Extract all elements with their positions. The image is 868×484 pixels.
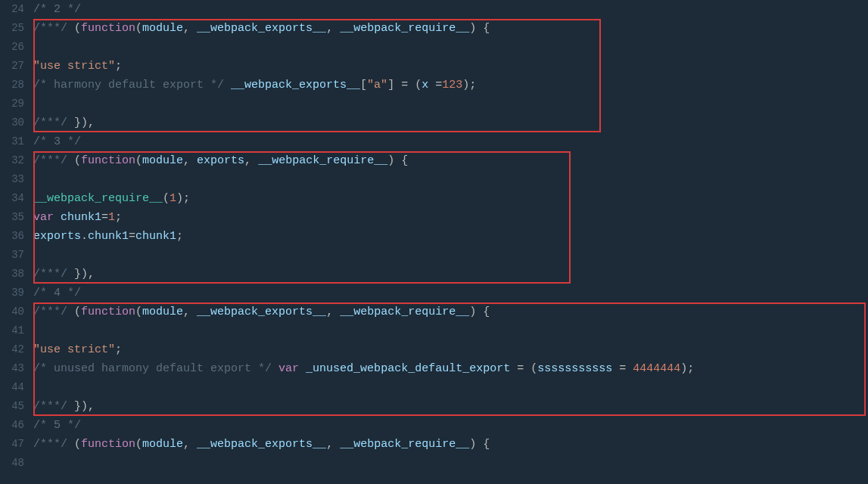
token-ident: _unused_webpack_default_export xyxy=(306,362,510,375)
token-keyword: var xyxy=(33,211,54,224)
line-number: 36 xyxy=(0,227,30,246)
token-ident: __webpack_exports__ xyxy=(197,438,326,451)
token-ident: chunk1 xyxy=(61,211,101,224)
token-ident: x xyxy=(422,79,428,92)
token-punct: = xyxy=(428,79,442,92)
token-ident: __webpack_require__ xyxy=(258,154,387,167)
line-number-gutter: 2425262728293031323334353637383940414243… xyxy=(0,0,30,484)
token-punct xyxy=(272,362,278,375)
code-line[interactable] xyxy=(33,321,868,340)
token-punct: ; xyxy=(115,211,122,224)
token-func: __webpack_require__ xyxy=(33,192,163,205)
token-punct: ; xyxy=(115,343,122,356)
line-number: 35 xyxy=(0,208,30,227)
line-number: 37 xyxy=(0,246,30,265)
code-line[interactable] xyxy=(33,378,868,397)
code-line[interactable] xyxy=(33,170,868,189)
line-number: 25 xyxy=(0,19,30,38)
token-keyword: function xyxy=(81,306,135,318)
line-number: 45 xyxy=(0,397,30,416)
token-keyword: function xyxy=(81,22,135,35)
line-number: 46 xyxy=(0,416,30,435)
code-line[interactable]: exports.chunk1=chunk1; xyxy=(33,227,868,246)
token-punct: = xyxy=(612,362,633,375)
token-punct: , xyxy=(244,154,258,167)
code-line[interactable]: /***/ (function(module, __webpack_export… xyxy=(33,302,868,321)
token-punct xyxy=(299,362,306,375)
token-comment: /***/ xyxy=(33,22,67,35)
code-line[interactable] xyxy=(33,454,868,473)
token-comment: /* 4 */ xyxy=(33,287,81,299)
token-ident: __webpack_exports__ xyxy=(197,306,326,318)
code-line[interactable]: /* 2 */ xyxy=(33,0,868,19)
line-number: 39 xyxy=(0,284,30,302)
token-number: 4444444 xyxy=(633,362,680,375)
line-number: 28 xyxy=(0,76,30,95)
code-area[interactable]: /* 2 *//***/ (function(module, __webpack… xyxy=(30,0,868,484)
token-keyword: function xyxy=(81,438,135,451)
code-line[interactable] xyxy=(33,95,868,113)
token-punct: ); xyxy=(680,362,694,375)
code-line[interactable]: "use strict"; xyxy=(33,340,868,359)
code-line[interactable]: __webpack_require__(1); xyxy=(33,189,868,208)
token-punct: ( xyxy=(67,22,81,35)
token-punct: ( xyxy=(135,154,142,167)
token-ident: chunk1 xyxy=(135,230,176,243)
token-punct: }), xyxy=(67,268,95,281)
line-number: 34 xyxy=(0,189,30,208)
token-comment: /***/ xyxy=(33,438,67,451)
token-punct: , xyxy=(326,438,340,451)
code-line[interactable]: "use strict"; xyxy=(33,57,868,76)
code-line[interactable]: /* 3 */ xyxy=(33,132,868,151)
code-line[interactable]: /***/ }), xyxy=(33,113,868,132)
line-number: 30 xyxy=(0,113,30,132)
token-comment: /* 2 */ xyxy=(33,3,81,16)
token-punct: ) { xyxy=(469,438,490,451)
token-punct: , xyxy=(183,306,197,318)
token-punct: ); xyxy=(176,192,190,205)
token-ident: sssssssssss xyxy=(537,362,612,375)
line-number: 31 xyxy=(0,132,30,151)
token-punct: ( xyxy=(135,438,142,451)
token-punct: = ( xyxy=(510,362,537,375)
token-punct: ) { xyxy=(469,22,490,35)
code-line[interactable]: /* harmony default export */ __webpack_e… xyxy=(33,76,868,95)
line-number: 32 xyxy=(0,151,30,170)
code-line[interactable] xyxy=(33,246,868,265)
token-punct: , xyxy=(183,154,197,167)
token-keyword: function xyxy=(81,154,135,167)
token-comment: /* 3 */ xyxy=(33,135,81,148)
code-line[interactable]: /* unused harmony default export */ var … xyxy=(33,359,868,378)
code-editor[interactable]: 2425262728293031323334353637383940414243… xyxy=(0,0,868,484)
token-punct xyxy=(224,79,231,92)
code-line[interactable]: /***/ }), xyxy=(33,265,868,284)
code-line[interactable]: /***/ }), xyxy=(33,397,868,416)
code-line[interactable]: /***/ (function(module, __webpack_export… xyxy=(33,435,868,454)
token-ident: module xyxy=(142,22,183,35)
token-ident: __webpack_require__ xyxy=(340,22,469,35)
token-ident: exports xyxy=(197,154,244,167)
code-line[interactable]: /***/ (function(module, exports, __webpa… xyxy=(33,151,868,170)
line-number: 41 xyxy=(0,321,30,340)
token-punct: ( xyxy=(67,154,81,167)
token-number: 1 xyxy=(108,211,115,224)
token-ident: module xyxy=(142,154,183,167)
token-punct: ) { xyxy=(469,306,490,318)
token-ident: exports xyxy=(33,230,81,243)
token-punct: }), xyxy=(67,116,95,129)
token-punct: ; xyxy=(115,60,122,73)
token-ident: module xyxy=(142,306,183,318)
code-line[interactable]: var chunk1=1; xyxy=(33,208,868,227)
token-punct: ] = ( xyxy=(387,79,422,92)
token-comment: /***/ xyxy=(33,306,67,318)
code-line[interactable]: /* 4 */ xyxy=(33,284,868,302)
code-line[interactable]: /***/ (function(module, __webpack_export… xyxy=(33,19,868,38)
code-line[interactable] xyxy=(33,38,868,57)
code-line[interactable]: /* 5 */ xyxy=(33,416,868,435)
token-punct: }), xyxy=(67,400,95,413)
token-punct: ( xyxy=(135,22,142,35)
token-ident: __webpack_require__ xyxy=(340,306,469,318)
token-punct: ; xyxy=(176,230,183,243)
token-punct: = xyxy=(101,211,108,224)
token-ident: __webpack_exports__ xyxy=(231,79,360,92)
